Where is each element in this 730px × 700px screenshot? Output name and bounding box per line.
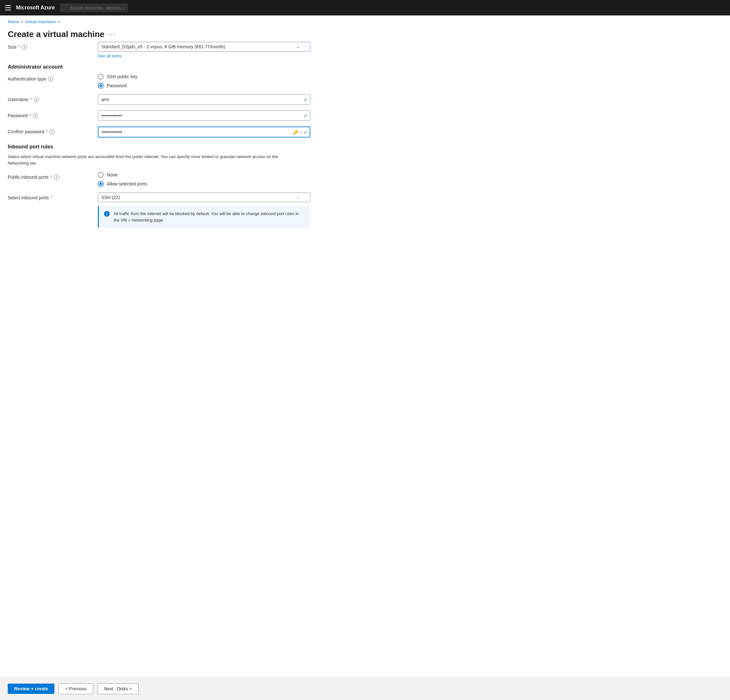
username-input-wrapper: ✓ [98, 94, 310, 105]
inbound-none-option[interactable]: None [98, 172, 346, 178]
key-icon[interactable]: 🔑 [293, 129, 298, 134]
brand-label: Microsoft Azure [16, 5, 55, 11]
size-control: Standard_D2pds_v5 - 2 vcpus, 8 GiB memor… [98, 42, 346, 58]
top-nav: Microsoft Azure 🔍 [0, 0, 730, 15]
select-ports-row: Select inbound ports * SSH (22) ⌄ i All … [8, 193, 346, 228]
info-box: i All traffic from the internet will be … [98, 206, 310, 228]
auth-password-label: Password [107, 83, 127, 88]
password-input[interactable] [98, 110, 310, 121]
public-inbound-info-icon[interactable]: i [54, 174, 59, 180]
breadcrumb-sep-2: > [58, 20, 60, 24]
password-input-wrapper: ✓ [98, 110, 310, 121]
select-ports-dropdown[interactable]: SSH (22) ⌄ [98, 193, 310, 202]
inbound-radio-group: None Allow selected ports [98, 172, 346, 187]
inbound-section-heading: Inbound port rules [8, 144, 346, 150]
auth-info-icon[interactable]: i [48, 76, 53, 82]
confirm-password-label: Confirm password * i [8, 127, 98, 134]
inbound-description: Select which virtual machine network por… [8, 153, 298, 166]
confirm-password-input-wrapper: 🔑 ⌄ ✓ [98, 127, 310, 137]
more-options-icon[interactable]: ··· [108, 31, 116, 38]
page-title: Create a virtual machine [8, 29, 105, 39]
info-box-text: All traffic from the internet will be bl… [114, 210, 305, 223]
confirm-password-input[interactable] [98, 127, 310, 137]
password-valid-icon: ✓ [304, 113, 308, 119]
search-wrapper: 🔍 [60, 4, 128, 12]
public-inbound-required: * [51, 175, 52, 179]
size-dropdown-arrow: ⌄ [296, 44, 300, 49]
breadcrumb-sep-1: > [21, 20, 23, 24]
username-row: Username * i ✓ [8, 94, 346, 105]
auth-type-label: Authentication type i [8, 74, 98, 82]
inbound-allow-radio[interactable] [98, 181, 104, 187]
username-required: * [31, 97, 32, 102]
size-info-icon[interactable]: i [22, 44, 27, 50]
size-row: Size * i Standard_D2pds_v5 - 2 vcpus, 8 … [8, 42, 346, 58]
auth-type-control: SSH public key Password [98, 74, 346, 89]
username-info-icon[interactable]: i [34, 97, 39, 102]
username-check: ✓ [304, 96, 308, 103]
hamburger-menu[interactable] [5, 5, 11, 10]
auth-ssh-radio[interactable] [98, 74, 104, 79]
public-inbound-label: Public inbound ports * i [8, 172, 98, 180]
username-valid-icon: ✓ [304, 96, 308, 103]
confirm-password-control: 🔑 ⌄ ✓ [98, 127, 346, 137]
confirm-password-valid-icon: ✓ [304, 129, 308, 135]
public-inbound-row: Public inbound ports * i None Allow sele… [8, 172, 346, 187]
username-input[interactable] [98, 94, 310, 105]
confirm-password-required: * [46, 129, 48, 134]
main-content: Size * i Standard_D2pds_v5 - 2 vcpus, 8 … [0, 42, 354, 259]
select-ports-control: SSH (22) ⌄ i All traffic from the intern… [98, 193, 346, 228]
auth-password-option[interactable]: Password [98, 83, 346, 89]
auth-ssh-label: SSH public key [107, 74, 137, 79]
confirm-password-suffix: 🔑 ⌄ ✓ [293, 129, 308, 135]
search-input[interactable] [60, 4, 128, 12]
svg-text:i: i [106, 212, 107, 216]
size-dropdown[interactable]: Standard_D2pds_v5 - 2 vcpus, 8 GiB memor… [98, 42, 310, 51]
chevron-small: ⌄ [300, 130, 302, 134]
password-check: ✓ [304, 113, 308, 119]
auth-password-radio[interactable] [98, 83, 104, 89]
select-ports-arrow: ⌄ [296, 195, 300, 200]
size-label: Size * i [8, 42, 98, 50]
password-row: Password * i ✓ [8, 110, 346, 121]
auth-type-row: Authentication type i SSH public key Pas… [8, 74, 346, 89]
confirm-password-row: Confirm password * i 🔑 ⌄ ✓ [8, 127, 346, 137]
inbound-allow-label: Allow selected ports [107, 181, 147, 186]
inbound-none-label: None [107, 172, 117, 177]
breadcrumb-home[interactable]: Home [8, 19, 19, 24]
inbound-allow-option[interactable]: Allow selected ports [98, 181, 346, 187]
username-control: ✓ [98, 94, 346, 105]
auth-ssh-option[interactable]: SSH public key [98, 74, 346, 79]
size-required: * [18, 45, 20, 49]
password-label: Password * i [8, 110, 98, 118]
page-title-row: Create a virtual machine ··· [0, 24, 730, 42]
select-ports-required: * [51, 196, 53, 200]
password-control: ✓ [98, 110, 346, 121]
auth-type-radio-group: SSH public key Password [98, 74, 346, 89]
select-ports-label: Select inbound ports * [8, 193, 98, 200]
breadcrumb-vms[interactable]: Virtual machines [25, 19, 56, 24]
password-required: * [29, 113, 31, 118]
username-label: Username * i [8, 94, 98, 102]
confirm-password-info-icon[interactable]: i [50, 129, 55, 134]
info-box-icon: i [104, 211, 110, 218]
breadcrumb: Home > Virtual machines > [0, 15, 730, 24]
inbound-none-radio[interactable] [98, 172, 104, 178]
password-info-icon[interactable]: i [33, 113, 38, 118]
see-all-sizes-link[interactable]: See all sizes [98, 53, 121, 58]
admin-section-heading: Administrator account [8, 64, 346, 70]
public-inbound-control: None Allow selected ports [98, 172, 346, 187]
